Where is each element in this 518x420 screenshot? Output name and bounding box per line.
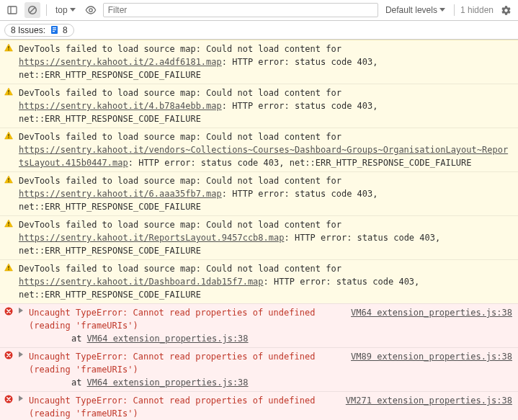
- chevron-down-icon: [439, 8, 445, 12]
- warning-icon: [4, 218, 14, 228]
- svg-rect-9: [8, 46, 9, 49]
- svg-rect-14: [8, 138, 9, 138]
- console-warning[interactable]: DevTools failed to load source map: Coul…: [0, 128, 518, 171]
- source-map-url[interactable]: https://sentry.kahoot.it/4.b78a4ebb.map: [19, 101, 222, 111]
- source-map-url[interactable]: https://sentry.kahoot.it/Dashboard.1dab1…: [19, 277, 264, 287]
- filter-input[interactable]: [103, 3, 378, 17]
- context-label: top: [55, 5, 68, 15]
- chevron-down-icon: [70, 8, 76, 12]
- svg-rect-11: [8, 90, 9, 93]
- message-text: DevTools failed to load source map: Coul…: [19, 130, 512, 169]
- svg-rect-12: [8, 94, 9, 94]
- toolbar-divider: [46, 4, 47, 16]
- svg-rect-19: [8, 266, 9, 269]
- toggle-sidebar-button[interactable]: [4, 2, 20, 18]
- source-map-url[interactable]: https://sentry.kahoot.it/2.a4df6181.map: [19, 57, 222, 67]
- message-text: DevTools failed to load source map: Coul…: [19, 218, 512, 257]
- log-levels-selector[interactable]: Default levels: [383, 5, 448, 15]
- svg-rect-7: [53, 30, 56, 30]
- svg-rect-18: [8, 225, 9, 226]
- error-icon: [4, 306, 14, 316]
- sidebar-icon: [7, 5, 17, 15]
- svg-rect-6: [53, 27, 56, 28]
- expand-toggle[interactable]: [19, 306, 24, 313]
- svg-rect-20: [8, 269, 9, 270]
- issue-info-icon: [49, 25, 59, 35]
- console-warning[interactable]: DevTools failed to load source map: Coul…: [0, 171, 518, 215]
- svg-rect-10: [8, 50, 9, 50]
- error-icon: [4, 394, 14, 403]
- console-warning[interactable]: DevTools failed to load source map: Coul…: [0, 259, 518, 303]
- warning-icon: [4, 86, 14, 96]
- eye-icon: [85, 6, 97, 14]
- error-icon: [4, 350, 14, 359]
- svg-line-3: [30, 7, 35, 13]
- expand-toggle[interactable]: [19, 350, 24, 357]
- svg-rect-13: [8, 134, 9, 137]
- live-expression-button[interactable]: [83, 2, 99, 18]
- console-warning[interactable]: DevTools failed to load source map: Coul…: [0, 40, 518, 84]
- hidden-count[interactable]: 1 hidden: [460, 5, 494, 15]
- expand-toggle[interactable]: [19, 394, 24, 401]
- warning-icon: [4, 130, 14, 140]
- stack-frame-link[interactable]: VM64 extension_properties.js:38: [87, 377, 249, 388]
- message-text: DevTools failed to load source map: Coul…: [19, 262, 512, 301]
- message-text: DevTools failed to load source map: Coul…: [19, 86, 512, 125]
- svg-rect-8: [53, 31, 55, 32]
- message-source-link[interactable]: VM64 extension_properties.js:38: [351, 308, 512, 318]
- console-error[interactable]: Uncaught TypeError: Cannot read properti…: [0, 347, 518, 391]
- console-toolbar: top Default levels 1 hidden: [0, 0, 518, 21]
- gear-icon: [501, 5, 512, 16]
- svg-rect-15: [8, 178, 9, 181]
- message-source-link[interactable]: VM271 extension_properties.js:38: [346, 396, 512, 406]
- console-error[interactable]: Uncaught TypeError: Cannot read properti…: [0, 391, 518, 420]
- issues-count: 8: [63, 25, 68, 35]
- warning-icon: [4, 174, 14, 184]
- console-error[interactable]: Uncaught TypeError: Cannot read properti…: [0, 303, 518, 347]
- message-text: DevTools failed to load source map: Coul…: [19, 174, 512, 213]
- issues-bar: 8 Issues: 8: [0, 21, 518, 40]
- svg-point-4: [89, 9, 91, 12]
- source-map-url[interactable]: https://sentry.kahoot.it/6.aaa35fb7.map: [19, 189, 222, 199]
- levels-label: Default levels: [385, 5, 437, 15]
- toolbar-divider: [454, 4, 455, 16]
- console-warning[interactable]: DevTools failed to load source map: Coul…: [0, 215, 518, 259]
- svg-rect-17: [8, 222, 9, 225]
- stack-frame-link[interactable]: VM64 extension_properties.js:38: [87, 334, 249, 344]
- warning-icon: [4, 262, 14, 272]
- issues-label: 8 Issues:: [11, 25, 45, 35]
- source-map-url[interactable]: https://sentry.kahoot.it/ReportsLayout.9…: [19, 233, 284, 243]
- message-text: DevTools failed to load source map: Coul…: [19, 43, 512, 81]
- console-settings-button[interactable]: [498, 2, 514, 18]
- warning-icon: [4, 43, 14, 52]
- message-text: Uncaught TypeError: Cannot read properti…: [29, 306, 338, 345]
- console-warning[interactable]: DevTools failed to load source map: Coul…: [0, 84, 518, 128]
- message-source-link[interactable]: VM89 extension_properties.js:38: [351, 352, 512, 362]
- issues-pill[interactable]: 8 Issues: 8: [4, 24, 74, 37]
- message-text: Uncaught TypeError: Cannot read properti…: [29, 394, 333, 420]
- svg-rect-0: [8, 6, 17, 14]
- clear-icon: [27, 5, 37, 15]
- clear-console-button[interactable]: [24, 2, 40, 18]
- svg-rect-16: [8, 182, 9, 182]
- context-selector[interactable]: top: [53, 5, 79, 15]
- message-text: Uncaught TypeError: Cannot read properti…: [29, 350, 338, 389]
- console-messages: DevTools failed to load source map: Coul…: [0, 40, 518, 420]
